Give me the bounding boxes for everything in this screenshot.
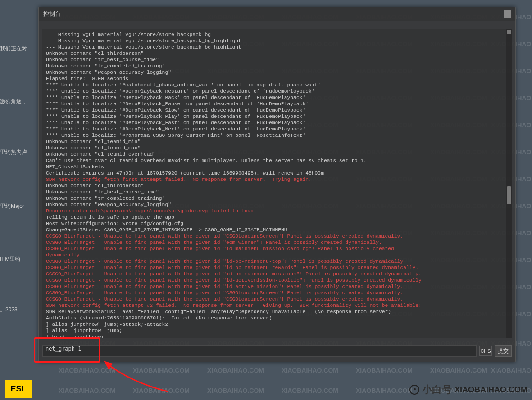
- console-line: CCSGO_BlurTarget - Unable to find panel …: [46, 283, 508, 290]
- console-line: **** Unable to localize '#matchdraft_pha…: [46, 82, 508, 88]
- console-line: CCSGO_BlurTarget - Unable to find panel …: [46, 296, 508, 302]
- console-window: 控制台 --- Missing Vgui material vgui/store…: [38, 7, 516, 362]
- console-output[interactable]: --- Missing Vgui material vgui/store/sto…: [42, 29, 512, 338]
- console-input-row: net_graph 1 CHS 提交: [42, 345, 512, 357]
- brand-logo-icon: [409, 385, 419, 395]
- close-icon[interactable]: [504, 10, 511, 18]
- console-line: dynamically.: [46, 252, 508, 258]
- console-titlebar[interactable]: 控制台: [39, 7, 515, 21]
- bg-text: 我们正在对: [0, 45, 27, 53]
- watermark-text: XIAOBAIHAO.COM: [207, 367, 264, 374]
- annotation-arrow: [100, 360, 172, 400]
- console-line: AuthStatus (steamid:76561198998886701): …: [46, 315, 508, 321]
- console-line: Unknown command "cl_thirdperson": [46, 50, 508, 57]
- watermark-text: XIAOBAIHAO.COM: [491, 367, 532, 374]
- console-line: SDR network config fetch first attempt f…: [46, 176, 508, 183]
- watermark-text: XIAOBAIHAO.COM: [356, 367, 413, 374]
- watermark-text: XIAOBAIHAO.COM: [430, 367, 487, 374]
- scrollbar-thumb[interactable]: [507, 186, 511, 204]
- bg-text: 里约Major: [0, 202, 24, 210]
- console-line: SDR RelayNetworkStatus: avail=Failed con…: [46, 309, 508, 315]
- console-line: CCSGO_BlurTarget - Unable to find panel …: [46, 277, 508, 283]
- watermark-text: XIAOBAIHAO.COM: [207, 387, 264, 394]
- console-line: CCSGO_BlurTarget - Unable to find panel …: [46, 233, 508, 239]
- console-line: Telling Steam it is safe to update the a…: [46, 214, 508, 220]
- console-line: Unknown command "tr_completed_training": [46, 195, 508, 202]
- console-input[interactable]: net_graph 1: [42, 345, 477, 357]
- brand-url: XIAOBAIHAO.COM: [455, 385, 527, 395]
- console-line: **** Unable to localize '#DemoPlayback_B…: [46, 94, 508, 101]
- console-line: CCSGO_BlurTarget - Unable to find panel …: [46, 271, 508, 277]
- svg-marker-0: [104, 361, 113, 370]
- console-line: **** Unable to localize '#Panorama_CSGO_…: [46, 132, 508, 139]
- ime-indicator[interactable]: CHS: [479, 346, 492, 356]
- console-line: ] bind L jumpthrow;: [46, 334, 508, 338]
- console-title: 控制台: [43, 10, 61, 18]
- console-line: CCSGO_BlurTarget - Unable to find panel …: [46, 246, 508, 252]
- console-line: Unknown command "cl_teamid_max": [46, 145, 508, 151]
- console-line: ] alias -jumpthrow -jump;: [46, 328, 508, 334]
- scrollbar[interactable]: [506, 29, 512, 338]
- console-line: **** Unable to localize '#DemoPlayback_R…: [46, 88, 508, 94]
- console-line: Can't use cheat cvar cl_teamid_overhead_…: [46, 157, 508, 164]
- console-line: CCSGO_BlurTarget - Unable to find panel …: [46, 290, 508, 296]
- console-line: CCSGO_BlurTarget - Unable to find panel …: [46, 265, 508, 271]
- annotation-highlight-box: [34, 337, 100, 363]
- console-line: CCSGO_BlurTarget - Unable to find panel …: [46, 239, 508, 246]
- console-line: ChangeGameUIState: CSGO_GAME_UI_STATE_IN…: [46, 227, 508, 233]
- brand-name: 小白号: [422, 383, 452, 396]
- console-line: **** Unable to localize '#DemoPlayback_N…: [46, 126, 508, 132]
- console-line: **** Unable to localize '#DemoPlayback_F…: [46, 120, 508, 126]
- console-line: Elapsed time: 0.00 seconds: [46, 76, 508, 82]
- watermark-text: XIAOBAIHAO.COM: [282, 387, 338, 394]
- bg-text: IEM里约: [0, 256, 20, 263]
- submit-button[interactable]: 提交: [495, 345, 512, 357]
- console-line: Resource materials\panorama\images\icons…: [46, 208, 508, 214]
- console-line: --- Missing Vgui material vgui/store/sto…: [46, 44, 508, 50]
- watermark-text: XIAOBAIHAO.COM: [356, 387, 413, 394]
- bg-text: 激烈角逐，: [0, 98, 27, 106]
- console-line: --- Missing Vgui material vgui/store/sto…: [46, 38, 508, 44]
- background-left-panel: 我们正在对 激烈角逐， 里约热内卢 里约Major IEM里约 。2023: [0, 0, 38, 400]
- console-line: Unknown command "cl_teamid_overhead": [46, 151, 508, 157]
- console-line: Unknown command "tr_best_course_time": [46, 189, 508, 195]
- bg-text: 里约热内卢: [0, 148, 27, 156]
- console-line: Unknown command "weapon_accuracy_logging…: [46, 202, 508, 208]
- console-line: **** Unable to localize '#DemoPlayback_P…: [46, 113, 508, 120]
- esl-logo: ESL: [5, 380, 32, 398]
- console-line: SDR network config fetch attempt #2 fail…: [46, 302, 508, 309]
- brand-watermark: 小白号 XIAOBAIHAO.COM: [409, 383, 527, 396]
- console-line: ] alias jumpthrow" jump;-attack;-attack2: [46, 321, 508, 328]
- console-line: **** Unable to localize '#DemoPlayback_S…: [46, 107, 508, 113]
- console-line: **** Unable to localize '#DemoPlayback_P…: [46, 101, 508, 107]
- console-line: --- Missing Vgui material vgui/store/sto…: [46, 31, 508, 38]
- console-line: Unknown command "cl_teamid_min": [46, 139, 508, 145]
- console-line: Certificate expires in 47h03m at 1670157…: [46, 170, 508, 176]
- watermark-text: XIAOBAIHAO.COM: [282, 367, 338, 374]
- scrollbar-thumb[interactable]: [507, 30, 511, 34]
- console-line: CCSGO_BlurTarget - Unable to find panel …: [46, 258, 508, 265]
- console-line: Unknown command "tr_best_course_time": [46, 57, 508, 63]
- console-line: Host_WriteConfiguration: Wrote cfg/confi…: [46, 220, 508, 227]
- console-line: Unknown command "weapon_accuracy_logging…: [46, 69, 508, 76]
- console-line: Unknown command "tr_completed_training": [46, 63, 508, 69]
- console-line: NET_CloseAllSockets: [46, 164, 508, 170]
- bg-text: 。2023: [0, 306, 18, 314]
- console-line: Unknown command "cl_thirdperson": [46, 183, 508, 189]
